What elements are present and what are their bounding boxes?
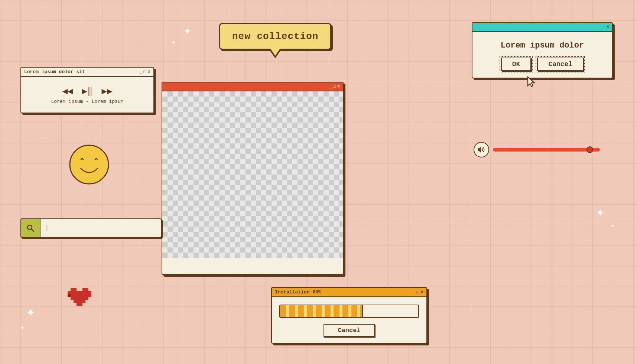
volume-thumb[interactable]: [586, 146, 593, 153]
media-transport-controls: ◀◀ ▶‖ ▶▶: [26, 81, 149, 99]
dialog-buttons: OK Cancel: [501, 58, 584, 71]
minimize-icon[interactable]: _: [412, 290, 415, 295]
search-bar: [20, 218, 162, 238]
pixel-heart: [68, 288, 91, 309]
dialog-window: × Lorem ipsum dolor OK Cancel: [472, 22, 613, 78]
play-pause-button[interactable]: ▶‖: [82, 86, 93, 97]
close-icon[interactable]: ×: [337, 84, 340, 89]
ok-button[interactable]: OK: [501, 58, 532, 71]
dialog-titlebar: ×: [472, 23, 612, 32]
search-icon: [20, 218, 40, 238]
installation-body: Cancel: [272, 297, 426, 343]
rewind-button[interactable]: ◀◀: [62, 86, 73, 97]
media-player-titlebar: Lorem ipsum dolor sit _ □ ×: [21, 68, 153, 77]
main-window-titlebar: _ □ ×: [162, 82, 343, 91]
progress-bar-fill: [280, 305, 363, 317]
volume-track[interactable]: [493, 148, 600, 152]
svg-line-3: [32, 229, 34, 232]
minimize-icon[interactable]: _: [329, 84, 331, 89]
sparkle-icon-2: ✦: [172, 39, 176, 46]
svg-marker-0: [528, 77, 534, 87]
sparkle-icon-6: ✦: [20, 325, 24, 331]
track-info: Lorem ipsum - Lorem ipsum: [26, 99, 149, 108]
dialog-controls[interactable]: ×: [607, 25, 609, 30]
forward-button[interactable]: ▶▶: [101, 86, 112, 97]
installation-controls[interactable]: _ □ ×: [412, 290, 423, 295]
installation-window: Installation 60% _ □ × Cancel: [271, 287, 427, 344]
sparkle-icon-5: ✦: [27, 306, 35, 319]
volume-control: [474, 142, 600, 157]
close-icon[interactable]: ×: [607, 25, 609, 30]
checkerboard-area: [162, 91, 343, 258]
media-player-window: Lorem ipsum dolor sit _ □ × ◀◀ ▶‖ ▶▶ Lor…: [20, 67, 154, 113]
minimize-icon[interactable]: _: [139, 69, 142, 75]
progress-bar-track: [279, 305, 419, 318]
svg-point-4: [70, 145, 108, 184]
speech-bubble-text: new collection: [232, 31, 318, 42]
install-cancel-button[interactable]: Cancel: [324, 324, 374, 337]
volume-icon: [474, 142, 489, 157]
installation-title: Installation 60%: [275, 289, 321, 295]
dialog-message: Lorem ipsum dolor: [501, 41, 584, 50]
sparkle-icon-1: ✦: [184, 25, 191, 37]
close-icon[interactable]: ×: [421, 290, 423, 295]
smiley-face: [69, 144, 110, 185]
maximize-icon[interactable]: □: [417, 290, 419, 295]
sparkle-icon-4: ✦: [611, 223, 615, 229]
maximize-icon[interactable]: □: [144, 69, 146, 75]
cancel-button[interactable]: Cancel: [537, 58, 584, 71]
media-player-title: Lorem ipsum dolor sit: [24, 69, 85, 75]
speech-bubble: new collection: [219, 23, 331, 50]
media-player-controls[interactable]: _ □ ×: [139, 69, 150, 75]
maximize-icon[interactable]: □: [333, 84, 336, 89]
main-window-controls[interactable]: _ □ ×: [329, 84, 340, 89]
dialog-body: Lorem ipsum dolor OK Cancel: [472, 32, 612, 78]
svg-marker-1: [478, 147, 481, 153]
cursor-icon: [527, 76, 537, 91]
installation-titlebar: Installation 60% _ □ ×: [272, 288, 426, 297]
close-icon[interactable]: ×: [148, 69, 150, 75]
main-window: _ □ ×: [162, 82, 344, 275]
media-player-body: ◀◀ ▶‖ ▶▶ Lorem ipsum - Lorem ipsum: [21, 77, 153, 113]
search-input[interactable]: [40, 218, 162, 238]
sparkle-icon-3: ✦: [596, 206, 604, 220]
